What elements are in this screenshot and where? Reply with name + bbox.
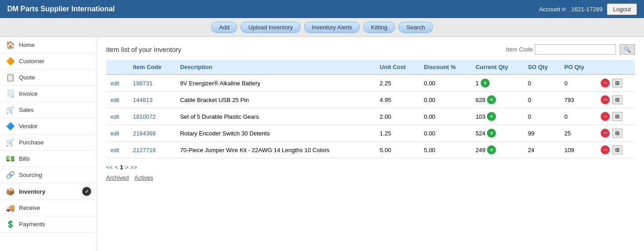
description-cell-0: 9V Energizer® Alkaline Battery (176, 74, 375, 92)
item-code-link-1[interactable]: 144813 (133, 97, 153, 103)
search-label: Item Code (506, 46, 533, 53)
archive-links: Archived Actives (106, 174, 635, 181)
plus-btn-0[interactable]: + (481, 79, 490, 88)
sidebar-item-sales[interactable]: 🛒Sales (0, 102, 97, 118)
plus-btn-1[interactable]: + (487, 95, 496, 104)
action-cell-1: −⊞ (601, 95, 630, 104)
sidebar-item-home[interactable]: 🏠Home (0, 37, 97, 53)
discount-cell-1: 0.00 (419, 92, 471, 108)
sidebar-item-vendor[interactable]: 🔷Vendor (0, 118, 97, 135)
col-discount: Discount % (419, 60, 471, 74)
po-qty-cell-4: 109 (560, 142, 597, 158)
item-code-link-2[interactable]: 1810072 (133, 113, 156, 120)
unit-cost-cell-2: 2.00 (375, 108, 419, 125)
logout-button[interactable]: Logout (607, 4, 637, 15)
page-next[interactable]: > (125, 164, 129, 171)
page-current: 1 (120, 164, 123, 171)
col-current-qty: Current Qty (471, 60, 524, 74)
account-info: Account #: 1621-17289 Logout (539, 4, 637, 15)
table-row: edit212771870-Piece Jumper Wire Kit - 22… (106, 142, 635, 158)
edit-link-1[interactable]: edit (111, 97, 119, 103)
item-code-link-0[interactable]: 198731 (133, 80, 153, 87)
col-description: Description (176, 60, 375, 74)
unit-cost-cell-0: 2.25 (375, 74, 419, 92)
bills-icon: 💵 (5, 154, 15, 163)
page-last[interactable]: >> (130, 164, 137, 171)
active-badge-inventory: ✓ (82, 187, 91, 196)
table-body: edit1987319V Energizer® Alkaline Battery… (106, 74, 635, 158)
sidebar-label-payments: Payments (19, 221, 45, 228)
minus-btn-4[interactable]: − (601, 145, 610, 154)
sidebar-item-purchase[interactable]: 🛒Purchase (0, 135, 97, 151)
qty-value-1: 828 (476, 97, 486, 103)
edit-link-2[interactable]: edit (111, 114, 119, 120)
edit-link-4[interactable]: edit (111, 147, 119, 153)
search-input[interactable] (535, 44, 616, 55)
item-code-link-4[interactable]: 2127718 (133, 147, 156, 153)
sidebar-item-quote[interactable]: 📋Quote (0, 70, 97, 86)
app-header: DM Parts Supplier International Account … (0, 0, 644, 18)
search-btn[interactable]: Search (398, 22, 432, 33)
upload-inventory-btn[interactable]: Upload Inventory (241, 22, 300, 33)
sidebar-label-invoice: Invoice (19, 90, 37, 97)
discount-cell-0: 0.00 (419, 74, 471, 92)
page-first[interactable]: << (106, 164, 113, 171)
unit-cost-cell-3: 1.25 (375, 125, 419, 142)
item-code-link-3[interactable]: 2184368 (133, 130, 156, 137)
col-po-qty: PO Qty (560, 60, 597, 74)
plus-btn-4[interactable]: + (487, 145, 496, 154)
search-button[interactable]: 🔍 (620, 44, 635, 55)
description-cell-2: Set of 5 Durable Plastic Gears (176, 108, 375, 125)
brand-title: DM Parts Supplier International (7, 5, 115, 13)
page-prev[interactable]: < (115, 164, 118, 171)
sidebar-item-invoice[interactable]: 🗒️Invoice (0, 86, 97, 102)
sidebar: 🏠Home🔶Customer📋Quote🗒️Invoice🛒Sales🔷Vend… (0, 37, 97, 251)
sidebar-item-payments[interactable]: 💲Payments (0, 216, 97, 232)
sidebar-label-inventory: Inventory (19, 188, 46, 195)
sidebar-item-inventory[interactable]: 📦Inventory✓ (0, 183, 97, 200)
purchase-icon: 🛒 (5, 138, 15, 147)
col-row-actions (596, 60, 635, 74)
payments-icon: 💲 (5, 220, 15, 228)
grid-btn-2[interactable]: ⊞ (612, 112, 622, 121)
current-qty-cell-0: 1+ (476, 79, 519, 88)
invoice-icon: 🗒️ (5, 89, 15, 98)
grid-btn-0[interactable]: ⊞ (612, 79, 622, 88)
minus-btn-2[interactable]: − (601, 112, 610, 121)
sidebar-label-customer: Customer (19, 58, 44, 65)
archived-link[interactable]: Archived (106, 174, 129, 181)
table-row: edit1987319V Energizer® Alkaline Battery… (106, 74, 635, 92)
action-cell-0: −⊞ (601, 79, 630, 88)
sidebar-item-customer[interactable]: 🔶Customer (0, 53, 97, 70)
po-qty-cell-0: 0 (560, 74, 597, 92)
action-cell-3: −⊞ (601, 129, 630, 138)
grid-btn-3[interactable]: ⊞ (612, 129, 622, 138)
sidebar-item-bills[interactable]: 💵Bills (0, 151, 97, 167)
so-qty-cell-2: 0 (524, 108, 560, 125)
pagination: << < 1 > >> (106, 164, 635, 171)
minus-btn-1[interactable]: − (601, 95, 610, 104)
po-qty-cell-3: 25 (560, 125, 597, 142)
minus-btn-0[interactable]: − (601, 79, 610, 88)
kitting-btn[interactable]: Kitting (363, 22, 395, 33)
table-row: edit144813Cable Bracket USB 25 Pin4.950.… (106, 92, 635, 108)
grid-btn-4[interactable]: ⊞ (612, 145, 622, 154)
add-btn[interactable]: Add (211, 22, 237, 33)
edit-link-0[interactable]: edit (111, 80, 119, 87)
sidebar-label-home: Home (19, 42, 35, 48)
customer-icon: 🔶 (5, 57, 15, 65)
actives-link[interactable]: Actives (134, 174, 153, 181)
item-code-search: Item Code 🔍 (506, 44, 635, 55)
plus-btn-3[interactable]: + (487, 129, 496, 138)
sidebar-item-sourcing[interactable]: 🔗Sourcing (0, 167, 97, 183)
sidebar-item-receive[interactable]: 🚚Receive (0, 200, 97, 216)
content-header: Item list of your inventory Item Code 🔍 (106, 44, 635, 55)
sidebar-label-sourcing: Sourcing (19, 172, 42, 178)
plus-btn-2[interactable]: + (487, 112, 496, 121)
table-row: edit2184368Rotary Encoder Switch 30 Dete… (106, 125, 635, 142)
minus-btn-3[interactable]: − (601, 129, 610, 138)
edit-link-3[interactable]: edit (111, 130, 119, 137)
inventory-alerts-btn[interactable]: Inventory Alerts (304, 22, 360, 33)
col-actions (106, 60, 129, 74)
grid-btn-1[interactable]: ⊞ (612, 95, 622, 104)
